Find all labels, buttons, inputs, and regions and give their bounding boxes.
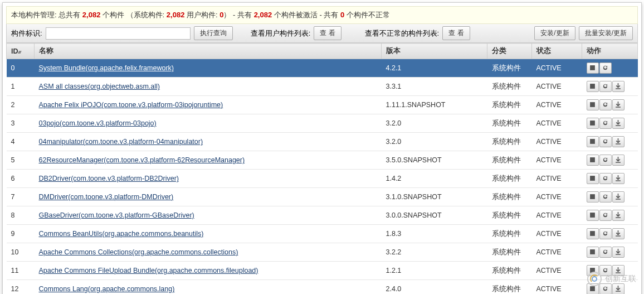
table-row[interactable]: 12Commons Lang(org.apache.commons.lang)2…	[7, 280, 638, 295]
cell-version: 1.8.3	[382, 225, 487, 243]
view-abnormal-button[interactable]: 查 看	[442, 26, 470, 40]
cell-category: 系统构件	[487, 59, 532, 78]
refresh-button[interactable]	[599, 81, 612, 92]
col-category-header[interactable]: 分类	[487, 44, 532, 59]
stop-button[interactable]	[587, 136, 599, 147]
cell-actions	[582, 133, 638, 151]
stop-button[interactable]	[587, 210, 599, 221]
cell-category: 系统构件	[487, 225, 532, 243]
view-user-button[interactable]: 查 看	[314, 26, 341, 40]
table-row[interactable]: 0System Bundle(org.apache.felix.framewor…	[7, 59, 638, 78]
bundle-link[interactable]: Apache Commons FileUpload Bundle(org.apa…	[39, 267, 258, 274]
table-row[interactable]: 10Apache Commons Collections(org.apache.…	[7, 243, 638, 262]
bundle-link[interactable]: 04manipulator(com.toone.v3.platform-04ma…	[39, 138, 203, 146]
stop-button[interactable]	[587, 191, 599, 203]
table-row[interactable]: 8GBaseDriver(com.toone.v3.platform-GBase…	[7, 206, 638, 225]
col-version-header[interactable]: 版本	[382, 44, 487, 59]
cell-version: 2.4.0	[382, 280, 487, 295]
cell-actions	[582, 262, 638, 280]
stop-button[interactable]	[587, 155, 599, 166]
table-row[interactable]: 404manipulator(com.toone.v3.platform-04m…	[7, 133, 638, 151]
table-row[interactable]: 303pojo(com.toone.v3.platform-03pojo)3.2…	[7, 114, 638, 133]
bundle-link[interactable]: 62ResourceManager(com.toone.v3.platform-…	[39, 156, 245, 164]
svg-rect-6	[590, 176, 595, 181]
stop-button[interactable]	[587, 265, 599, 276]
summary-sys: 2,082	[167, 11, 185, 19]
stop-button[interactable]	[587, 247, 599, 258]
table-row[interactable]: 6DB2Driver(com.toone.v3.platform-DB2Driv…	[7, 170, 638, 188]
refresh-button[interactable]	[599, 62, 612, 74]
bundle-link[interactable]: Apache Commons Collections(org.apache.co…	[39, 248, 238, 256]
download-button[interactable]	[612, 265, 625, 276]
refresh-icon	[602, 267, 608, 274]
stop-icon	[589, 267, 596, 274]
stop-button[interactable]	[587, 99, 599, 110]
batch-install-update-button[interactable]: 批量安装/更新	[579, 26, 633, 40]
download-button[interactable]	[612, 136, 625, 147]
stop-button[interactable]	[587, 81, 599, 92]
bundle-link[interactable]: ASM all classes(org.objectweb.asm.all)	[39, 83, 160, 90]
refresh-button[interactable]	[599, 173, 612, 184]
refresh-button[interactable]	[599, 191, 612, 203]
refresh-button[interactable]	[599, 136, 612, 147]
stop-button[interactable]	[587, 62, 599, 74]
download-button[interactable]	[612, 99, 625, 110]
summary-activated: 2,082	[254, 11, 272, 19]
cell-version: 4.2.1	[382, 59, 487, 78]
bundle-link[interactable]: Commons Lang(org.apache.commons.lang)	[39, 285, 175, 293]
bundle-link[interactable]: DMDriver(com.toone.v3.platform-DMDriver)	[39, 193, 174, 201]
table-row[interactable]: 7DMDriver(com.toone.v3.platform-DMDriver…	[7, 188, 638, 206]
refresh-button[interactable]	[599, 155, 612, 166]
refresh-button[interactable]	[599, 210, 612, 221]
table-row[interactable]: 9Commons BeanUtils(org.apache.commons.be…	[7, 225, 638, 243]
refresh-button[interactable]	[599, 228, 612, 239]
stop-button[interactable]	[587, 283, 599, 294]
col-actions-header[interactable]: 动作	[582, 44, 638, 59]
refresh-button[interactable]	[599, 99, 612, 110]
download-button[interactable]	[612, 191, 625, 203]
download-button[interactable]	[612, 210, 625, 221]
cell-id: 10	[7, 243, 35, 262]
refresh-button[interactable]	[599, 265, 612, 276]
bundle-link[interactable]: GBaseDriver(com.toone.v3.platform-GBaseD…	[39, 211, 194, 219]
col-status-header[interactable]: 状态	[532, 44, 582, 59]
refresh-button[interactable]	[599, 118, 612, 129]
download-button[interactable]	[612, 283, 625, 294]
stop-button[interactable]	[587, 173, 599, 184]
download-button[interactable]	[612, 247, 625, 258]
execute-query-button[interactable]: 执行查询	[194, 26, 233, 40]
install-update-button[interactable]: 安装/更新	[534, 26, 575, 40]
svg-rect-1	[590, 84, 595, 89]
refresh-button[interactable]	[599, 283, 612, 294]
bundle-link[interactable]: Apache Felix iPOJO(com.toone.v3.platform…	[39, 101, 223, 109]
download-button[interactable]	[612, 155, 625, 166]
download-button[interactable]	[612, 228, 625, 239]
refresh-button[interactable]	[599, 247, 612, 258]
cell-version: 3.5.0.SNAPSHOT	[382, 151, 487, 170]
bundle-link[interactable]: Commons BeanUtils(org.apache.commons.bea…	[39, 230, 204, 238]
cell-status: ACTIVE	[532, 206, 582, 225]
cell-id: 1	[7, 78, 35, 96]
bundle-link[interactable]: System Bundle(org.apache.felix.framework…	[39, 64, 174, 72]
cell-name: 03pojo(com.toone.v3.platform-03pojo)	[35, 114, 382, 133]
refresh-icon	[602, 286, 608, 293]
table-row[interactable]: 562ResourceManager(com.toone.v3.platform…	[7, 151, 638, 170]
bundle-link[interactable]: 03pojo(com.toone.v3.platform-03pojo)	[39, 119, 157, 127]
cell-name: ASM all classes(org.objectweb.asm.all)	[35, 78, 382, 96]
cell-version: 3.2.0	[382, 114, 487, 133]
table-row[interactable]: 11Apache Commons FileUpload Bundle(org.a…	[7, 262, 638, 280]
download-icon	[615, 230, 621, 238]
bundle-link[interactable]: DB2Driver(com.toone.v3.platform-DB2Drive…	[39, 175, 179, 182]
download-button[interactable]	[612, 81, 625, 92]
svg-rect-3	[590, 121, 595, 126]
table-row[interactable]: 1ASM all classes(org.objectweb.asm.all)3…	[7, 78, 638, 96]
stop-button[interactable]	[587, 118, 599, 129]
col-name-header[interactable]: 名称	[35, 44, 382, 59]
stop-button[interactable]	[587, 228, 599, 239]
table-row[interactable]: 2Apache Felix iPOJO(com.toone.v3.platfor…	[7, 96, 638, 114]
filter-id-input[interactable]	[46, 27, 191, 40]
download-button[interactable]	[612, 118, 625, 129]
cell-name: GBaseDriver(com.toone.v3.platform-GBaseD…	[35, 206, 382, 225]
download-button[interactable]	[612, 173, 625, 184]
col-id-header[interactable]: ID	[7, 44, 35, 59]
